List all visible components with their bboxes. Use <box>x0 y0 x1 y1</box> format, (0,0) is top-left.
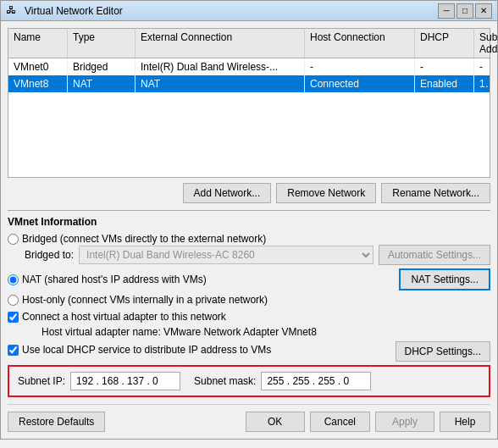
apply-button[interactable]: Apply <box>375 412 434 432</box>
subnet-mask-input[interactable] <box>261 372 371 390</box>
col-name: Name <box>8 29 68 58</box>
table-body: VMnet0 Bridged Intel(R) Dual Band Wirele… <box>8 58 490 177</box>
title-bar-left: 🖧 Virtual Network Editor <box>6 4 123 18</box>
add-network-button[interactable]: Add Network... <box>183 183 272 203</box>
use-dhcp-label: Use local DHCP service to distribute IP … <box>22 344 271 356</box>
table-row[interactable]: VMnet0 Bridged Intel(R) Dual Band Wirele… <box>8 58 490 75</box>
network-buttons-row: Add Network... Remove Network Rename Net… <box>8 183 490 203</box>
subnet-mask-field: Subnet mask: <box>194 372 371 390</box>
col-type: Type <box>68 29 136 58</box>
minimize-button[interactable]: ─ <box>438 3 455 19</box>
col-subnet: Subnet Address <box>474 29 498 58</box>
bridged-to-row: Bridged to: Intel(R) Dual Band Wireless-… <box>25 245 490 265</box>
window-content: Name Type External Connection Host Conne… <box>1 21 497 439</box>
dhcp-row: Use local DHCP service to distribute IP … <box>8 341 490 362</box>
bridged-to-label: Bridged to: <box>25 249 74 261</box>
subnet-section: Subnet IP: Subnet mask: <box>8 365 490 397</box>
main-window: 🖧 Virtual Network Editor ─ □ ✕ Name Type… <box>0 0 498 440</box>
auto-settings-button[interactable]: Automatic Settings... <box>379 245 490 265</box>
subnet-mask-label: Subnet mask: <box>194 375 256 387</box>
row1-dhcp: Enabled <box>415 75 474 92</box>
restore-defaults-button[interactable]: Restore Defaults <box>8 412 105 432</box>
col-host: Host Connection <box>305 29 415 58</box>
row1-type: NAT <box>68 75 136 92</box>
nat-radio-row[interactable]: NAT (shared host's IP address with VMs) <box>8 274 207 285</box>
dhcp-settings-button[interactable]: DHCP Settings... <box>396 341 490 362</box>
nat-radio[interactable] <box>8 274 19 285</box>
col-external: External Connection <box>136 29 305 58</box>
nat-settings-button[interactable]: NAT Settings... <box>399 268 490 290</box>
row1-name: VMnet8 <box>8 75 68 92</box>
vmnet-info-section: VMnet Information Bridged (connect VMs d… <box>8 210 490 397</box>
row1-host: Connected <box>305 75 415 92</box>
connect-adapter-label: Connect a host virtual adapter to this n… <box>22 311 226 323</box>
row1-subnet: 192.168.137.0 <box>474 75 490 92</box>
connect-adapter-row[interactable]: Connect a host virtual adapter to this n… <box>8 311 490 323</box>
subnet-ip-label: Subnet IP: <box>18 375 65 387</box>
remove-network-button[interactable]: Remove Network <box>276 183 376 203</box>
use-dhcp-row[interactable]: Use local DHCP service to distribute IP … <box>8 344 271 356</box>
close-button[interactable]: ✕ <box>475 3 492 19</box>
vmnet-info-label: VMnet Information <box>8 216 490 228</box>
bridged-label: Bridged (connect VMs directly to the ext… <box>22 233 266 245</box>
help-button[interactable]: Help <box>440 412 490 432</box>
network-table: Name Type External Connection Host Conne… <box>8 28 490 178</box>
bridged-to-select[interactable]: Intel(R) Dual Band Wireless-AC 8260 <box>79 246 374 264</box>
row0-subnet: - <box>474 58 490 75</box>
hostonly-radio[interactable] <box>8 295 19 306</box>
row0-name: VMnet0 <box>8 58 68 75</box>
rename-network-button[interactable]: Rename Network... <box>381 183 490 203</box>
cancel-button[interactable]: Cancel <box>310 412 370 432</box>
title-bar-buttons: ─ □ ✕ <box>438 3 492 19</box>
nat-label: NAT (shared host's IP address with VMs) <box>22 274 207 285</box>
row0-type: Bridged <box>68 58 136 75</box>
hostonly-label: Host-only (connect VMs internally in a p… <box>22 294 268 306</box>
bridged-radio[interactable] <box>8 234 19 245</box>
subnet-ip-field: Subnet IP: <box>18 372 180 390</box>
table-row[interactable]: VMnet8 NAT NAT Connected Enabled 192.168… <box>8 75 490 92</box>
window-title: Virtual Network Editor <box>25 5 123 17</box>
app-icon: 🖧 <box>6 4 19 18</box>
row1-external: NAT <box>136 75 305 92</box>
col-dhcp: DHCP <box>415 29 474 58</box>
connect-adapter-checkbox[interactable] <box>8 312 19 323</box>
adapter-name-text: Host virtual adapter name: VMware Networ… <box>42 326 490 338</box>
maximize-button[interactable]: □ <box>456 3 473 19</box>
row0-external: Intel(R) Dual Band Wireless-... <box>136 58 305 75</box>
nat-row: NAT (shared host's IP address with VMs) … <box>8 268 490 290</box>
ok-button[interactable]: OK <box>246 412 305 432</box>
row0-host: - <box>305 58 415 75</box>
title-bar: 🖧 Virtual Network Editor ─ □ ✕ <box>1 1 497 21</box>
dialog-buttons: OK Cancel Apply Help <box>246 412 490 432</box>
use-dhcp-checkbox[interactable] <box>8 345 19 356</box>
hostonly-radio-row[interactable]: Host-only (connect VMs internally in a p… <box>8 294 490 306</box>
bridged-radio-row[interactable]: Bridged (connect VMs directly to the ext… <box>8 233 490 245</box>
row0-dhcp: - <box>415 58 474 75</box>
bottom-button-row: Restore Defaults OK Cancel Apply Help <box>8 404 490 432</box>
subnet-ip-input[interactable] <box>70 372 180 390</box>
table-header: Name Type External Connection Host Conne… <box>8 29 490 58</box>
